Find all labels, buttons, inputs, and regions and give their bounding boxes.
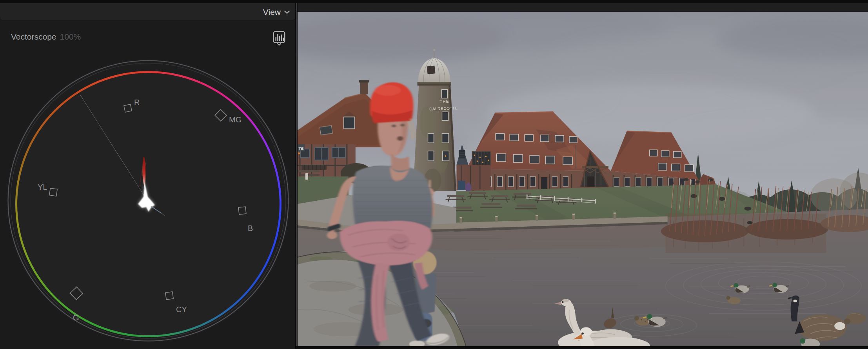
target-label-mg: MG — [229, 115, 242, 124]
video-scene: THE CALDECOTTE — [298, 12, 868, 346]
target-label-cy: CY — [176, 305, 187, 314]
page-title: Vectorscope — [11, 32, 56, 42]
display-options-button[interactable] — [272, 31, 286, 45]
scope-titlebar: Vectorscope 100% — [11, 32, 81, 42]
vectorscope-trace — [138, 156, 165, 216]
target-box-g — [70, 287, 83, 300]
scopes-header-bar: View — [0, 3, 295, 21]
chevron-down-icon — [284, 11, 290, 14]
target-box-b — [238, 207, 246, 214]
target-box-yl — [49, 188, 57, 196]
video-frame: THE CALDECOTTE — [298, 12, 868, 346]
trace-blue-tail — [151, 206, 162, 213]
target-box-cy — [165, 292, 173, 300]
viewer-top-bar — [298, 3, 868, 12]
target-label-b: B — [248, 224, 253, 233]
scopes-panel: R MG B CY G YL View Vectorscope 100% — [0, 3, 295, 349]
trace-red-streak — [142, 156, 145, 188]
target-box-r — [124, 104, 132, 112]
view-button[interactable]: View — [263, 6, 290, 18]
view-button-label: View — [263, 7, 281, 17]
vectorscope: R MG B CY G YL — [0, 3, 295, 349]
target-box-mg — [215, 109, 227, 121]
histogram-bubble-icon — [272, 31, 286, 45]
video-viewer: THE CALDECOTTE — [298, 0, 868, 349]
target-label-r: R — [134, 98, 140, 107]
zoom-level-badge: 100% — [60, 32, 81, 42]
skin-tone-line — [80, 95, 145, 196]
target-label-yl: YL — [38, 183, 47, 191]
target-label-g: G — [73, 313, 79, 322]
